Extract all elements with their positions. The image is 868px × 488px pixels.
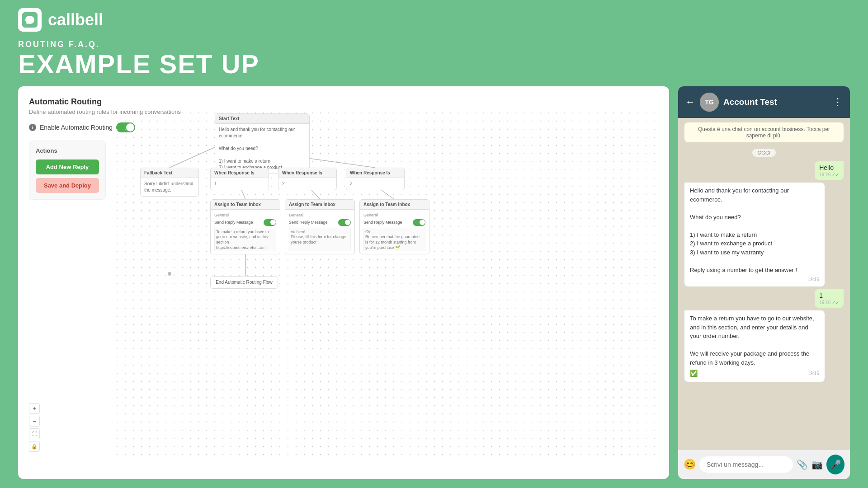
assign-3-body: General Send Reply Message Ok.Remember t… [360, 210, 429, 254]
message-sent-1: 1 19:16 ✓✓ [815, 289, 844, 308]
assign-2-label: General [289, 212, 351, 218]
end-node-body: End Automatic Routing Flow [211, 277, 278, 288]
business-notice[interactable]: Questa è una chat con un account busines… [684, 122, 844, 142]
zoom-in-button[interactable]: + [29, 403, 40, 414]
mic-button[interactable]: 🎤 [826, 455, 844, 474]
response-3-body: 3 [346, 178, 404, 190]
msg-text: Hello and thank you for contacting our e… [690, 187, 797, 273]
enable-routing-label: Enable Automatic Routing [40, 124, 113, 131]
chat-contact-name: Account Test [723, 97, 828, 107]
svg-line-4 [170, 147, 215, 168]
response-2-header: When Response Is [278, 168, 336, 178]
fallback-text-node[interactable]: Fallback Text Sorry I didn't understand … [140, 168, 199, 197]
message-sent-hello: Hello 19:16 ✓✓ [815, 161, 844, 180]
add-new-reply-button[interactable]: Add New Reply [36, 160, 99, 174]
msg-time-2: 19:16 [808, 370, 819, 377]
routing-panel-title: Automatic Routing [29, 97, 658, 107]
assign-1-header: Assign to Team Inbox [211, 200, 280, 210]
save-and-deploy-button[interactable]: Save and Deploy [36, 178, 99, 193]
end-routing-node[interactable]: End Automatic Routing Flow [210, 276, 278, 289]
send-reply-label-2: Send Reply Message [289, 220, 328, 225]
zoom-lock-button[interactable]: 🔒 [29, 441, 40, 452]
fallback-node-body: Sorry I didn't understand the message. [141, 178, 198, 196]
chat-input-area: 😊 📎 📷 🎤 [678, 450, 850, 479]
assign-node-2[interactable]: Assign to Team Inbox General Send Reply … [285, 199, 355, 254]
msg-text: 1 [819, 292, 823, 299]
assign-1-body: General Send Reply Message To make a ret… [211, 210, 280, 254]
assign-node-3[interactable]: Assign to Team Inbox General Send Reply … [359, 199, 429, 254]
actions-title: Actions [36, 147, 99, 154]
response-2-body: 2 [278, 178, 336, 190]
assign-3-label: General [363, 212, 425, 218]
response-node-3[interactable]: When Response Is 3 [346, 168, 405, 190]
send-reply-toggle-1[interactable] [264, 219, 276, 226]
send-reply-row-3: Send Reply Message [363, 219, 425, 226]
connectors-svg [113, 109, 662, 456]
actions-sidebar: Actions Add New Reply Save and Deploy [29, 141, 106, 200]
send-reply-toggle-3[interactable] [413, 219, 425, 226]
chat-message-input[interactable] [699, 456, 793, 473]
chat-back-button[interactable]: ← [685, 97, 695, 107]
response-node-2[interactable]: When Response Is 2 [278, 168, 337, 190]
chat-body: Questa è una chat con un account busines… [678, 118, 850, 450]
tick-icon: ✓✓ [832, 172, 839, 177]
zoom-controls: + − ⛶ 🔒 [29, 403, 40, 452]
send-reply-toggle-2[interactable] [338, 219, 351, 226]
reply-text-1: To make a return you have to go to our w… [214, 228, 276, 251]
response-node-1[interactable]: When Response Is 1 [210, 168, 269, 190]
assign-node-1[interactable]: Assign to Team Inbox General Send Reply … [210, 199, 280, 254]
msg-time: 19:16 ✓✓ [819, 300, 839, 305]
zoom-out-button[interactable]: − [29, 416, 40, 427]
tick-icon: ✓✓ [832, 300, 839, 305]
msg-time: 19:16 ✓✓ [819, 172, 839, 177]
routing-panel: Automatic Routing Define automated routi… [18, 86, 669, 479]
start-node-body: Hello and thank you for contacting our e… [215, 124, 309, 174]
svg-text:TG: TG [705, 99, 714, 106]
main-layout: Automatic Routing Define automated routi… [0, 86, 868, 488]
msg-text: Hello [819, 164, 834, 171]
send-reply-label-3: Send Reply Message [363, 220, 402, 225]
zoom-fit-button[interactable]: ⛶ [29, 428, 40, 439]
message-received-1: Hello and thank you for contacting our e… [684, 183, 825, 286]
send-reply-label-1: Send Reply Message [214, 220, 253, 225]
brand-name: callbell [48, 10, 103, 29]
svg-point-9 [168, 272, 171, 276]
fallback-node-header: Fallback Text [141, 168, 198, 178]
chat-avatar: TG [700, 93, 719, 112]
start-text-node[interactable]: Start Text Hello and thank you for conta… [215, 113, 310, 174]
response-1-body: 1 [211, 178, 269, 190]
attach-button[interactable]: 📎 [797, 459, 808, 470]
emoji-button[interactable]: 😊 [684, 459, 696, 470]
msg-time-1: 19:16 [690, 276, 819, 283]
chat-menu-button[interactable]: ⋮ [833, 96, 843, 108]
response-1-header: When Response Is [211, 168, 269, 178]
chat-header-info: Account Test [723, 97, 828, 107]
page-title: EXAMPLE SET UP [18, 51, 850, 77]
start-node-header: Start Text [215, 114, 309, 124]
chat-header: ← TG Account Test ⋮ [678, 86, 850, 118]
send-reply-row-1: Send Reply Message [214, 219, 276, 226]
check-icon: ✅ [690, 369, 698, 378]
reply-text-3: Ok.Remember that the guarantee is for 12… [363, 228, 425, 251]
response-3-header: When Response Is [346, 168, 404, 178]
camera-button[interactable]: 📷 [811, 459, 823, 470]
msg-text: To make a return you have to go to our w… [690, 315, 814, 366]
flow-canvas: Start Text Hello and thank you for conta… [113, 109, 662, 456]
assign-1-label: General [214, 212, 276, 218]
assign-2-header: Assign to Team Inbox [285, 200, 354, 210]
message-received-2: To make a return you have to go to our w… [684, 310, 825, 382]
title-area: ROUTING F.A.Q. EXAMPLE SET UP [0, 40, 868, 86]
assign-3-header: Assign to Team Inbox [360, 200, 429, 210]
reply-text-2: Va bien!Please, fill this form for chang… [289, 228, 351, 251]
assign-2-body: General Send Reply Message Va bien!Pleas… [285, 210, 354, 254]
page-subtitle: ROUTING F.A.Q. [18, 40, 850, 49]
header: callbell [0, 0, 868, 40]
date-label: OGGI [752, 149, 776, 157]
send-reply-row-2: Send Reply Message [289, 219, 351, 226]
chat-panel: ← TG Account Test ⋮ Questa è una chat co… [678, 86, 850, 479]
info-icon: i [29, 124, 36, 131]
logo-icon [18, 8, 42, 32]
